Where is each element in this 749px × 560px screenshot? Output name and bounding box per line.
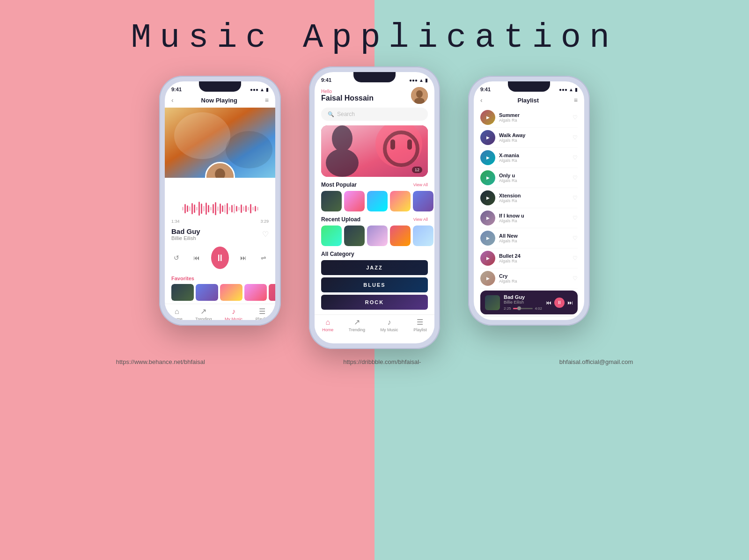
heart-cry[interactable]: ♡ (573, 275, 578, 282)
playlist-item-onlyu[interactable]: ▶ Only u Algals Ra ♡ (480, 168, 578, 188)
footer-link3[interactable]: bhfaisal.official@gmail.com (559, 358, 633, 365)
artwork-bg (165, 108, 275, 178)
all-category-header: All Category (315, 251, 434, 260)
play-pause-button[interactable]: ⏸ (211, 247, 229, 269)
popular-item[interactable] (321, 191, 342, 211)
playlist-item-summer[interactable]: ▶ Summer Algals Ra ♡ (480, 108, 578, 128)
search-bar[interactable]: 🔍 Search (321, 108, 428, 121)
nav-mymusic-3[interactable]: ♪ My Music (534, 320, 551, 320)
wifi-icon: ▲ (260, 87, 264, 92)
nav-home-2[interactable]: ⌂ Home (322, 318, 333, 332)
battery-icon: ▮ (266, 87, 269, 92)
nav-trending-1[interactable]: ↗ Trending (195, 307, 212, 320)
playback-controls: ↺ ⏮ ⏸ ⏭ ⇌ (165, 243, 275, 273)
category-jazz[interactable]: JAZZ (321, 260, 428, 275)
npb-play-button[interactable]: ⏸ (554, 298, 565, 308)
play-overlay: ▶ (480, 271, 495, 286)
playlist-icon-2: ☰ (417, 318, 423, 327)
status-icons-3: ●●● ▲ ▮ (559, 87, 578, 92)
recent-item[interactable] (413, 225, 433, 246)
info-ifknowu: If I know u Algals Ra (499, 213, 569, 223)
nav-playlist-2[interactable]: ☰ Playlist (413, 318, 427, 332)
popular-item[interactable] (413, 191, 433, 211)
back-icon-3[interactable]: ‹ (480, 96, 483, 104)
nav-playlist-1[interactable]: ☰ Playlist (256, 307, 269, 320)
recent-item[interactable] (390, 225, 411, 246)
heart-onlyu[interactable]: ♡ (573, 175, 578, 181)
heart-bullet24[interactable]: ♡ (573, 255, 578, 262)
progress-track[interactable] (513, 308, 533, 309)
svg-point-15 (326, 149, 359, 177)
nav-home-1[interactable]: ⌂ Home (171, 307, 183, 320)
next-button[interactable]: ⏭ (238, 251, 249, 264)
heart-allnew[interactable]: ♡ (573, 235, 578, 241)
trending-icon: ↗ (200, 307, 206, 316)
nav-trending-2[interactable]: ↗ Trending (349, 318, 365, 332)
fav-item[interactable] (269, 284, 275, 301)
play-overlay: ▶ (480, 170, 495, 185)
phone3-screen: 9:41 ●●● ▲ ▮ ‹ Playlist ≡ ▶ (474, 81, 584, 320)
heart-ifknowu[interactable]: ♡ (573, 215, 578, 221)
signal-icon-2: ●●● (409, 78, 418, 83)
footer-link2[interactable]: https://dribbble.com/bhfaisal- (343, 358, 421, 365)
menu-icon[interactable]: ≡ (265, 96, 269, 104)
playlist-item-xmania[interactable]: ▶ X-mania Algals Ra ♡ (480, 148, 578, 168)
music-icon: ♪ (232, 307, 235, 316)
fav-item[interactable] (196, 284, 218, 301)
fav-item[interactable] (220, 284, 242, 301)
nav-mymusic-1[interactable]: ♪ My Music (225, 307, 242, 320)
view-all-recent[interactable]: View All (413, 217, 428, 222)
playlist-item-allnew[interactable]: ▶ All New Algals Ra ♡ (480, 228, 578, 248)
npb-song: Bad Guy (504, 294, 542, 300)
user-avatar[interactable] (411, 87, 428, 104)
category-rock[interactable]: ROCK (321, 295, 428, 310)
npb-prev-button[interactable]: ⏮ (546, 299, 551, 306)
heart-summer[interactable]: ♡ (573, 114, 578, 121)
hero-banner: 12 (321, 125, 428, 177)
rock-label: ROCK (365, 299, 384, 305)
user-name: Faisal Hossain (321, 94, 374, 102)
recent-item[interactable] (321, 225, 342, 246)
hero-number-badge: 12 (412, 167, 422, 173)
nav-trending-label: Trending (195, 317, 212, 320)
popular-item[interactable] (344, 191, 365, 211)
notch-3 (508, 81, 550, 92)
category-blues[interactable]: BLUES (321, 277, 428, 292)
popular-item[interactable] (390, 191, 411, 211)
view-all-popular[interactable]: View All (413, 182, 428, 187)
nav-mymusic-2[interactable]: ♪ My Music (381, 318, 398, 332)
npb-next-button[interactable]: ⏭ (567, 299, 573, 306)
nav-playlist-3[interactable]: ☰ Playlist (565, 320, 578, 320)
recent-item[interactable] (367, 225, 388, 246)
svg-point-7 (416, 90, 423, 98)
playlist-item-walkaway[interactable]: ▶ Walk Away Algals Ra ♡ (480, 128, 578, 148)
status-time-2: 9:41 (321, 77, 331, 83)
playlist-list: ▶ Summer Algals Ra ♡ ▶ Walk Away Alga (474, 108, 584, 289)
popular-item[interactable] (367, 191, 388, 211)
heart-xmania[interactable]: ♡ (573, 154, 578, 161)
shuffle-button[interactable]: ⇌ (258, 251, 269, 264)
phone1-screen: 9:41 ●●● ▲ ▮ ‹ Now Playing ≡ (165, 81, 275, 320)
thumb-bullet24: ▶ (480, 251, 495, 266)
npb-thumb (485, 295, 500, 310)
playlist-item-bullet24[interactable]: ▶ Bullet 24 Algals Ra ♡ (480, 248, 578, 269)
fav-item[interactable] (171, 284, 194, 301)
now-playing-bar: Bad Guy Billie Eilish 2:25 4:02 ⏮ ⏸ ⏭ (480, 291, 578, 314)
nav-home-3[interactable]: ⌂ Home (480, 320, 492, 320)
recent-item[interactable] (344, 225, 365, 246)
fav-item[interactable] (244, 284, 267, 301)
info-allnew: All New Algals Ra (499, 233, 569, 243)
heart-xtension[interactable]: ♡ (573, 195, 578, 201)
repeat-button[interactable]: ↺ (171, 251, 182, 264)
playlist-item-xtension[interactable]: ▶ Xtension Algals Ra ♡ (480, 188, 578, 208)
heart-icon[interactable]: ♡ (262, 230, 269, 239)
npb-time-current: 2:25 (504, 306, 511, 311)
playlist-item-ifknowu[interactable]: ▶ If I know u Algals Ra ♡ (480, 208, 578, 228)
menu-icon-3[interactable]: ≡ (574, 96, 578, 104)
playlist-item-cry[interactable]: ▶ Cry Algals Ra ♡ (480, 269, 578, 289)
heart-walkaway[interactable]: ♡ (573, 134, 578, 141)
footer-link1[interactable]: https://www.behance.net/bhfaisal (116, 358, 205, 365)
nav-trending-3[interactable]: ↗ Trending (504, 320, 521, 320)
prev-button[interactable]: ⏮ (191, 251, 201, 264)
npb-info: Bad Guy Billie Eilish 2:25 4:02 (504, 294, 542, 311)
